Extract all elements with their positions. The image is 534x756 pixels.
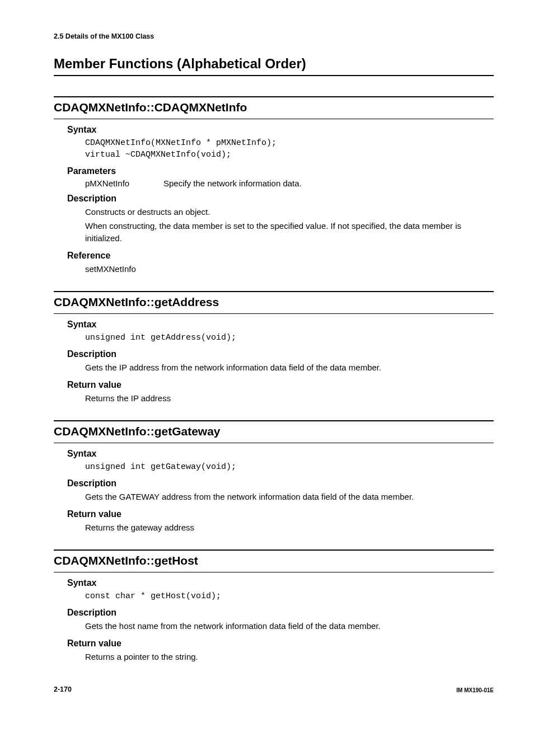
return-value-text: Returns the IP address (85, 392, 494, 405)
return-value-text: Returns the gateway address (85, 522, 494, 534)
parameter-row: pMXNetInfo Specify the network informati… (85, 179, 494, 188)
return-value-label: Return value (67, 509, 494, 519)
class-heading-getaddress: CDAQMXNetInfo::getAddress (54, 291, 494, 314)
syntax-code: unsigned int getAddress(void); (85, 332, 494, 344)
return-value-label: Return value (67, 638, 494, 649)
syntax-label: Syntax (67, 449, 494, 459)
parameter-name: pMXNetInfo (85, 179, 163, 188)
description-text: Gets the GATEWAY address from the networ… (85, 491, 494, 504)
return-value-text: Returns a pointer to the string. (85, 651, 494, 664)
syntax-label: Syntax (67, 578, 494, 588)
class-heading-getgateway: CDAQMXNetInfo::getGateway (54, 420, 494, 443)
page-number: 2-170 (54, 685, 72, 693)
description-text: When constructing, the data member is se… (85, 220, 494, 245)
syntax-code: const char * getHost(void); (85, 590, 494, 602)
syntax-label: Syntax (67, 320, 494, 330)
parameters-label: Parameters (67, 166, 494, 176)
parameter-description: Specify the network information data. (163, 179, 494, 188)
document-id: IM MX190-01E (456, 687, 494, 693)
page-title: Member Functions (Alphabetical Order) (54, 56, 494, 76)
syntax-code: unsigned int getGateway(void); (85, 461, 494, 473)
description-text: Gets the host name from the network info… (85, 620, 494, 633)
reference-text: setMXNetInfo (85, 263, 494, 276)
class-heading-cdaqmxnetinfo: CDAQMXNetInfo::CDAQMXNetInfo (54, 96, 494, 119)
class-heading-gethost: CDAQMXNetInfo::getHost (54, 550, 494, 572)
page-footer: 2-170 IM MX190-01E (54, 685, 494, 693)
description-label: Description (67, 608, 494, 618)
syntax-code: CDAQMXNetInfo(MXNetInfo * pMXNetInfo); v… (85, 137, 494, 161)
return-value-label: Return value (67, 380, 494, 390)
description-text: Gets the IP address from the network inf… (85, 361, 494, 374)
section-header: 2.5 Details of the MX100 Class (54, 32, 494, 40)
description-label: Description (67, 349, 494, 359)
syntax-label: Syntax (67, 125, 494, 135)
description-text: Constructs or destructs an object. (85, 206, 494, 219)
description-label: Description (67, 194, 494, 204)
reference-label: Reference (67, 251, 494, 261)
description-label: Description (67, 478, 494, 489)
